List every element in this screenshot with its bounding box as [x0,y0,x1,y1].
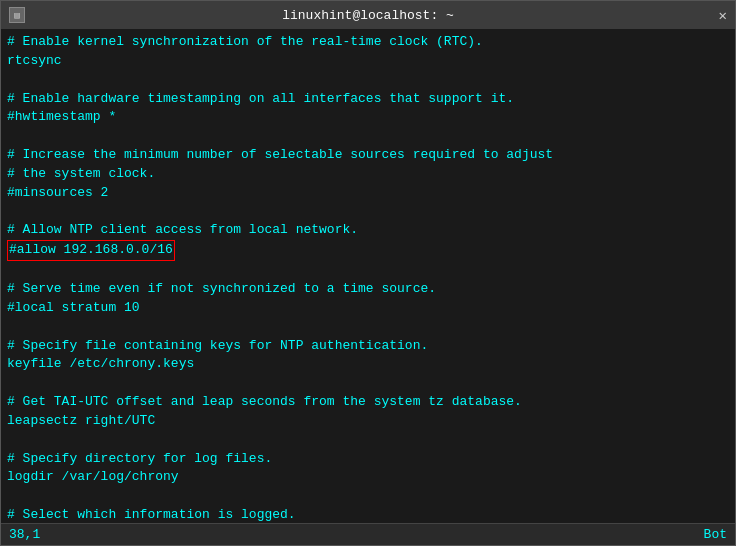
line-11: # Allow NTP client access from local net… [7,221,729,240]
cursor-position: 38,1 [9,527,40,542]
line-8: # the system clock. [7,165,729,184]
line-26: # Select which information is logged. [7,506,729,523]
highlighted-allow-line: #allow 192.168.0.0/16 [7,240,175,261]
titlebar-left: ▤ [9,7,25,23]
window-icon: ▤ [9,7,25,23]
line-21: leapsectz right/UTC [7,412,729,431]
line-18: keyfile /etc/chrony.keys [7,355,729,374]
terminal-content[interactable]: # Enable kernel synchronization of the r… [1,29,735,523]
line-9: #minsources 2 [7,184,729,203]
line-23: # Specify directory for log files. [7,450,729,469]
close-button[interactable]: ✕ [719,7,727,24]
terminal-window: ▤ linuxhint@localhost: ~ ✕ # Enable kern… [0,0,736,546]
scroll-position: Bot [704,527,727,542]
line-20: # Get TAI-UTC offset and leap seconds fr… [7,393,729,412]
line-1: # Enable kernel synchronization of the r… [7,33,729,52]
line-12: #allow 192.168.0.0/16 [7,240,729,261]
line-25 [7,487,729,506]
line-4: # Enable hardware timestamping on all in… [7,90,729,109]
line-16 [7,318,729,337]
titlebar: ▤ linuxhint@localhost: ~ ✕ [1,1,735,29]
line-7: # Increase the minimum number of selecta… [7,146,729,165]
line-24: logdir /var/log/chrony [7,468,729,487]
line-22 [7,431,729,450]
line-13 [7,261,729,280]
line-6 [7,127,729,146]
line-15: #local stratum 10 [7,299,729,318]
line-19 [7,374,729,393]
line-3 [7,71,729,90]
line-17: # Specify file containing keys for NTP a… [7,337,729,356]
line-14: # Serve time even if not synchronized to… [7,280,729,299]
statusbar: 38,1 Bot [1,523,735,545]
window-title: linuxhint@localhost: ~ [282,8,454,23]
line-5: #hwtimestamp * [7,108,729,127]
line-10 [7,203,729,222]
line-2: rtcsync [7,52,729,71]
